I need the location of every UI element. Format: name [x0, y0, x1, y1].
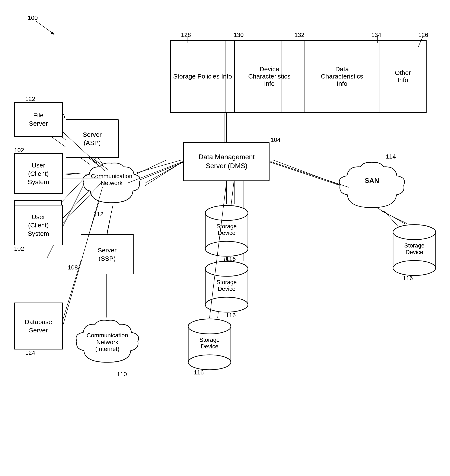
svg-line-47: [36, 21, 53, 34]
ref-104: 104: [271, 136, 281, 143]
storage-device-1-label: StorageDevice: [204, 223, 249, 236]
data-characteristics-info: DataCharacteristicsInfo: [304, 41, 380, 112]
comm-network-cloud: CommunicationNetwork: [78, 160, 145, 211]
ref-124: 124: [25, 349, 35, 356]
svg-point-69: [393, 225, 436, 240]
ref-112: 112: [94, 211, 103, 218]
internet-cloud: CommunicationNetwork(Internet): [72, 317, 142, 371]
svg-line-27: [269, 162, 346, 187]
info-bar: Storage Policies Info DeviceCharacterist…: [170, 40, 426, 113]
svg-point-68: [393, 260, 436, 276]
comm-network-label: CommunicationNetwork: [78, 173, 145, 187]
storage-device-2: StorageDevice: [204, 260, 249, 313]
asp-box: Server(ASP): [66, 119, 119, 158]
svg-point-60: [205, 297, 248, 312]
svg-point-64: [188, 355, 231, 370]
svg-line-6: [273, 160, 341, 186]
svg-point-61: [205, 261, 248, 276]
file-server-box: FileServer: [14, 102, 63, 136]
dms-box: Data ManagementServer (DMS): [183, 142, 270, 181]
storage-device-3: StorageDevice: [187, 318, 232, 371]
ssp-box: Server(SSP): [81, 234, 134, 274]
internet-cloud-label: CommunicationNetwork(Internet): [72, 332, 142, 353]
ref-114: 114: [386, 153, 396, 160]
ref-122: 122: [25, 96, 35, 102]
ref-102-1: 102: [14, 147, 24, 154]
svg-point-56: [205, 241, 248, 256]
storage-device-4-label: StorageDevice: [392, 242, 437, 256]
storage-device-2-label: StorageDevice: [204, 279, 249, 292]
storage-device-1: StorageDevice: [204, 204, 249, 257]
svg-line-71: [145, 162, 183, 186]
svg-point-65: [188, 319, 231, 334]
svg-line-26: [145, 162, 184, 183]
storage-policies-info: Storage Policies Info: [171, 41, 235, 112]
san-cloud-svg: [335, 160, 409, 217]
san-cloud: SAN: [335, 160, 409, 217]
svg-line-83: [107, 211, 112, 234]
figure-arrow: [32, 19, 58, 36]
ref-116-3: 116: [194, 369, 204, 376]
diagram: 100 126 128 130 132 134 Storage Policies…: [0, 0, 450, 476]
db-server-box: DatabaseServer: [14, 303, 63, 349]
svg-point-57: [205, 206, 248, 220]
san-label: SAN: [335, 177, 409, 185]
ref-102-2: 102: [14, 245, 24, 252]
ref-108: 108: [68, 264, 78, 271]
ref-110: 110: [117, 371, 127, 378]
storage-device-4: StorageDevice: [392, 223, 437, 276]
storage-device-3-label: StorageDevice: [187, 337, 232, 350]
other-info: OtherInfo: [380, 41, 426, 112]
ref-116-4: 116: [403, 275, 413, 282]
device-characteristics-info: DeviceCharacteristicsInfo: [235, 41, 304, 112]
user-client-1-box: User(Client)System: [14, 153, 63, 194]
user-client-2-box: User(Client)System: [14, 205, 63, 245]
